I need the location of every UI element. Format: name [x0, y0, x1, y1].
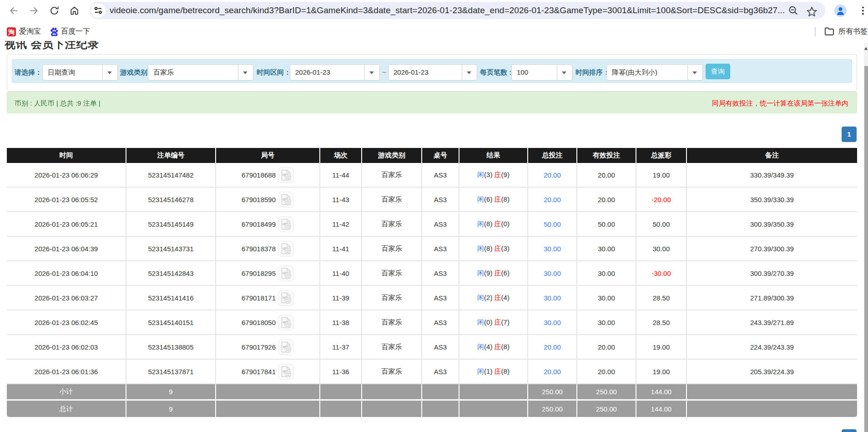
video-replay-button[interactable] [278, 364, 294, 380]
cell-result: 闲(2) 庄(4) [459, 286, 528, 310]
reload-icon[interactable] [50, 6, 59, 15]
result-banker-score: (8) [501, 343, 510, 351]
browser-toolbar: videoie.com/game/betrecord_search/kind3?… [0, 0, 868, 21]
search-button[interactable]: 查询 [706, 64, 730, 79]
all-bookmarks-folder-icon [824, 27, 834, 36]
per-page-combobox[interactable]: 100 [511, 64, 572, 81]
cell-result: 闲(0) 庄(7) [459, 310, 528, 335]
video-replay-button[interactable] [278, 290, 294, 306]
svg-text:du: du [52, 32, 56, 36]
result-banker-score: (8) [501, 195, 510, 203]
date-start-combobox[interactable]: 2026-01-23 [290, 64, 380, 81]
date-start-dropdown-button[interactable] [364, 65, 379, 80]
video-replay-button[interactable] [278, 265, 294, 281]
cell-note: 300.39/350.39 [687, 212, 857, 237]
scrollbar-track[interactable] [864, 43, 868, 432]
cell-bet-id: 523145141416 [126, 286, 216, 310]
result-player-label: 闲 [477, 343, 484, 351]
result-player-score: (0) [484, 318, 492, 326]
cell-valid-bet: 30.00 [577, 286, 636, 310]
summary-cell: 144.00 [636, 401, 687, 417]
bookmark-baidu[interactable]: 百度一下 [61, 27, 90, 36]
date-end-dropdown-button[interactable] [462, 65, 477, 80]
video-replay-button[interactable] [278, 315, 294, 330]
sort-combobox[interactable]: 降幂(由大到小) [606, 64, 703, 81]
back-icon[interactable] [9, 6, 19, 15]
game-kind-dropdown-button[interactable] [238, 65, 253, 80]
select-type-dropdown-button[interactable] [102, 65, 117, 80]
video-replay-button[interactable] [278, 167, 294, 183]
site-info-icon [94, 6, 102, 15]
cell-payout: -30.00 [636, 261, 687, 286]
video-replay-button[interactable] [278, 192, 294, 208]
grand-total-row: 总计9250.00250.00144.00 [7, 401, 857, 417]
select-type-combobox[interactable]: 日期查询 [42, 64, 118, 81]
column-header: 总投注 [528, 148, 577, 163]
cell-session: 11-44 [320, 163, 362, 188]
home-icon[interactable] [70, 6, 79, 15]
table-row: 2026-01-23 06:01:36 523145137871 6790178… [7, 360, 857, 384]
caret-down-icon [467, 71, 471, 74]
date-end-value: 2026-01-23 [394, 65, 429, 80]
url-bar[interactable]: videoie.com/game/betrecord_search/kind3?… [90, 2, 825, 19]
per-page-label: 每页笔数 : [480, 69, 511, 76]
cell-total-bet: 20.00 [528, 360, 577, 384]
sort-label: 时间排序： [575, 69, 610, 76]
cell-table-no: AS3 [422, 310, 459, 335]
summary-cell: 9 [126, 401, 216, 417]
cell-total-bet: 50.00 [528, 212, 577, 237]
cell-round-id: 679018050 [216, 310, 320, 335]
game-kind-combobox[interactable]: 百家乐 [148, 64, 253, 81]
cell-note: 300.39/270.39 [687, 261, 857, 286]
forward-icon[interactable] [29, 6, 39, 15]
game-kind-label: 游戏类别 [120, 69, 147, 76]
pagination-page-1-top[interactable]: 1 [842, 127, 857, 142]
column-header: 总派彩 [636, 148, 687, 163]
date-end-combobox[interactable]: 2026-01-23 [388, 64, 477, 81]
cell-game-kind: 百家乐 [362, 261, 422, 286]
result-player-score: (4) [484, 343, 492, 351]
cell-valid-bet: 50.00 [577, 212, 636, 237]
video-replay-button[interactable] [278, 241, 294, 257]
video-replay-button[interactable] [278, 339, 294, 355]
sort-dropdown-button[interactable] [687, 65, 702, 80]
bookmark-star-icon[interactable] [807, 6, 817, 16]
round-id-text: 679018590 [242, 196, 276, 203]
url-text[interactable]: videoie.com/game/betrecord_search/kind3?… [110, 2, 787, 19]
result-player-score: (1) [484, 367, 492, 375]
page-content: 视讯 会员下注纪录 请选择： 日期查询 游戏类别 百家乐 时间区间： 2026-… [0, 41, 864, 432]
cell-bet-id: 523145146278 [126, 188, 216, 212]
site-info-chip[interactable] [91, 3, 106, 18]
per-page-dropdown-button[interactable] [557, 65, 572, 80]
cell-note: 330.39/349.39 [687, 163, 857, 188]
cell-session: 11-38 [320, 310, 362, 335]
result-banker-score: (8) [501, 367, 510, 375]
caret-down-icon [692, 71, 697, 74]
cell-time: 2026-01-23 06:02:03 [7, 335, 126, 360]
cell-valid-bet: 20.00 [577, 360, 636, 384]
result-player-label: 闲 [477, 269, 484, 277]
menu-kebab-icon[interactable] [861, 6, 865, 15]
cell-bet-id: 523145140151 [126, 310, 216, 335]
cell-bet-id: 523145147482 [126, 163, 216, 188]
scrollbar-thumb[interactable] [864, 66, 868, 432]
cell-session: 11-43 [320, 188, 362, 212]
cell-note: 224.39/243.39 [687, 335, 857, 360]
video-file-icon [278, 290, 293, 305]
cell-note: 270.39/300.39 [687, 237, 857, 261]
pagination-page-1-bottom[interactable]: 1 [842, 429, 857, 432]
cell-total-bet: 30.00 [528, 237, 577, 261]
all-bookmarks-label[interactable]: 所有书签 [838, 27, 868, 36]
bookmark-taobao[interactable]: 爱淘宝 [19, 27, 41, 36]
cell-table-no: AS3 [422, 286, 459, 310]
page-title: 视讯 会员下注纪录 [5, 41, 99, 51]
column-header: 游戏类别 [362, 148, 422, 163]
cell-table-no: AS3 [422, 360, 459, 384]
video-replay-button[interactable] [278, 216, 294, 232]
result-player-label: 闲 [477, 244, 484, 252]
cell-time: 2026-01-23 06:02:45 [7, 310, 126, 335]
result-banker-label: 庄 [495, 244, 501, 252]
zoom-out-icon[interactable] [788, 6, 798, 16]
profile-avatar[interactable] [834, 5, 847, 17]
video-file-icon [278, 340, 293, 355]
